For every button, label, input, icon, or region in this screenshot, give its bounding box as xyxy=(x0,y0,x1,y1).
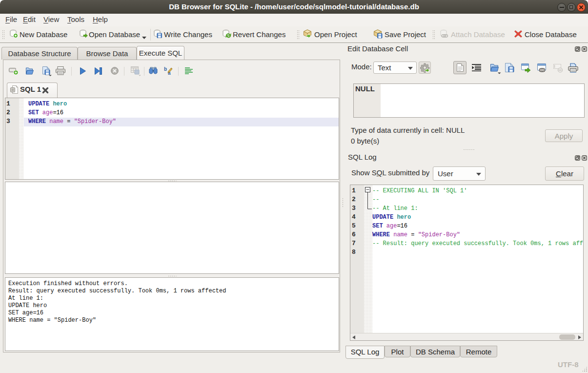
svg-text:b: b xyxy=(164,66,167,72)
